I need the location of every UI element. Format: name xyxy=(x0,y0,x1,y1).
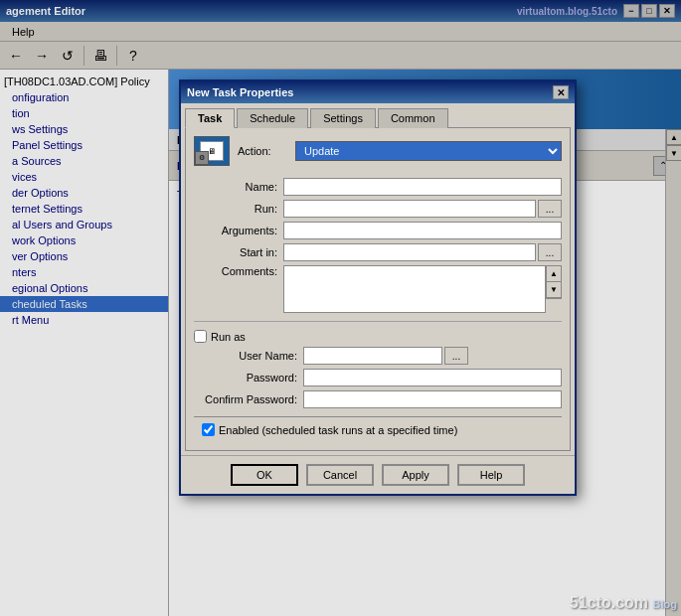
arguments-field-group: Arguments: xyxy=(194,222,562,239)
run-as-checkbox[interactable] xyxy=(194,330,207,343)
confirm-password-label: Confirm Password: xyxy=(194,393,303,405)
start-label: Start in: xyxy=(194,246,283,258)
section-divider xyxy=(194,321,562,322)
tab-task-content: 🖥 ⚙ Action: Update Create Replace Delete xyxy=(185,127,571,451)
user-fields: User Name: ... Password: xyxy=(194,347,562,408)
tab-settings[interactable]: Settings xyxy=(310,108,376,128)
run-as-section: Run as User Name: ... xyxy=(194,330,562,408)
arguments-input[interactable] xyxy=(283,222,562,239)
help-dialog-button[interactable]: Help xyxy=(457,464,525,486)
run-as-checkbox-row: Run as xyxy=(194,330,562,343)
comments-scroll-up[interactable]: ▲ xyxy=(547,266,561,282)
run-input-group: ... xyxy=(283,200,562,218)
tab-common[interactable]: Common xyxy=(378,108,448,128)
username-field-group: User Name: ... xyxy=(194,347,562,365)
password-field-group: Password: xyxy=(194,369,562,386)
tab-schedule[interactable]: Schedule xyxy=(237,108,308,128)
task-small-icon: ⚙ xyxy=(195,151,209,165)
name-label: Name: xyxy=(194,181,283,193)
modal-overlay: New Task Properties ✕ Task Schedule Sett… xyxy=(0,0,681,616)
dialog-close-button[interactable]: ✕ xyxy=(553,85,569,99)
start-browse-button[interactable]: ... xyxy=(538,243,562,261)
new-task-properties-dialog: New Task Properties ✕ Task Schedule Sett… xyxy=(179,79,577,496)
confirm-password-input[interactable] xyxy=(303,390,562,408)
enabled-label: Enabled (scheduled task runs at a specif… xyxy=(219,424,457,436)
main-window: agement Editor virtualtom.blog.51cto − □… xyxy=(0,0,681,616)
action-select[interactable]: Update Create Replace Delete xyxy=(295,141,562,161)
tab-task[interactable]: Task xyxy=(185,108,235,128)
action-label: Action: xyxy=(238,145,287,157)
start-input-group: ... xyxy=(283,243,562,261)
enabled-checkbox[interactable] xyxy=(202,423,215,436)
start-field-group: Start in: ... xyxy=(194,243,562,261)
dialog-titlebar: New Task Properties ✕ xyxy=(181,81,575,103)
password-label: Password: xyxy=(194,372,303,384)
dialog-tabs: Task Schedule Settings Common xyxy=(181,103,575,127)
task-icon: 🖥 ⚙ xyxy=(194,136,230,166)
name-input[interactable] xyxy=(283,178,562,196)
name-field-group: Name: xyxy=(194,178,562,196)
comments-input[interactable] xyxy=(283,265,546,313)
username-browse-button[interactable]: ... xyxy=(444,347,468,365)
username-input[interactable] xyxy=(303,347,442,365)
apply-button[interactable]: Apply xyxy=(382,464,449,486)
monitor-icon: 🖥 xyxy=(208,147,216,156)
run-browse-button[interactable]: ... xyxy=(538,200,562,218)
comments-field-group: Comments: ▲ ▼ xyxy=(194,265,562,313)
run-field-group: Run: ... xyxy=(194,200,562,218)
run-as-label: Run as xyxy=(211,331,246,343)
comments-label: Comments: xyxy=(194,265,283,277)
username-input-group: ... xyxy=(303,347,562,365)
comments-scrollbar: ▲ ▼ xyxy=(546,265,562,299)
action-row: 🖥 ⚙ Action: Update Create Replace Delete xyxy=(194,136,562,166)
dialog-title: New Task Properties xyxy=(187,86,553,98)
confirm-password-field-group: Confirm Password: xyxy=(194,390,562,408)
action-select-wrap: Update Create Replace Delete xyxy=(295,141,562,161)
username-label: User Name: xyxy=(194,350,303,362)
comments-scroll-down[interactable]: ▼ xyxy=(547,282,561,298)
arguments-label: Arguments: xyxy=(194,225,283,236)
run-label: Run: xyxy=(194,203,283,215)
enabled-row: Enabled (scheduled task runs at a specif… xyxy=(194,416,562,442)
cancel-button[interactable]: Cancel xyxy=(306,464,374,486)
start-input[interactable] xyxy=(283,243,536,261)
dialog-buttons: OK Cancel Apply Help xyxy=(181,455,575,494)
run-input[interactable] xyxy=(283,200,536,218)
ok-button[interactable]: OK xyxy=(231,464,298,486)
password-input[interactable] xyxy=(303,369,562,386)
